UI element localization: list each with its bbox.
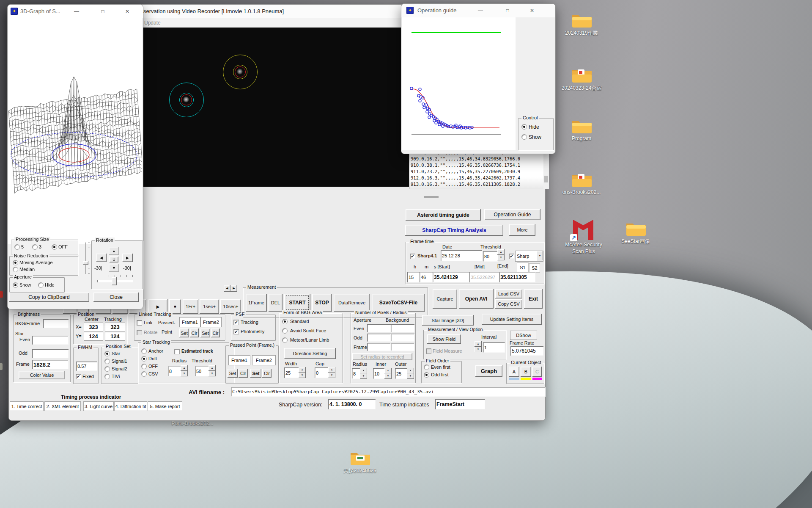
st-threshold-spinner[interactable]: ▲▼ bbox=[208, 365, 216, 376]
pp-clr1-button[interactable]: Clr bbox=[239, 369, 248, 378]
rotate-up-button[interactable]: ▲ bbox=[109, 247, 119, 255]
timing-step-3[interactable]: 3. Light curve bbox=[83, 401, 114, 411]
maximize-icon[interactable]: □ bbox=[96, 7, 109, 16]
object-c-button[interactable]: C bbox=[532, 367, 542, 377]
rotate-checkbox[interactable] bbox=[137, 330, 142, 335]
desktop-icon-folder[interactable]: Program bbox=[572, 118, 592, 135]
st-radius-spinner[interactable]: ▲▼ bbox=[181, 365, 188, 376]
sharpcap-timing-analysis-button[interactable]: SharpCap Timing Analysis bbox=[405, 225, 503, 236]
maximize-icon[interactable]: □ bbox=[501, 6, 514, 15]
rotation-slider-thumb[interactable] bbox=[112, 277, 117, 285]
chevron-down-icon[interactable]: ▼ bbox=[537, 251, 543, 260]
pp-set1-button[interactable]: Set bbox=[228, 369, 238, 378]
timing-step-2[interactable]: 2. XML element bbox=[44, 401, 81, 411]
start-time-input[interactable]: 35.424129 bbox=[433, 272, 470, 282]
set-radius-button[interactable]: Set radius to recorded bbox=[352, 353, 412, 360]
even-first-radio[interactable] bbox=[424, 365, 429, 370]
size-3-radio[interactable] bbox=[33, 245, 37, 249]
lt-set2-button[interactable]: Set bbox=[200, 329, 210, 337]
pp-set2-button[interactable]: Set bbox=[250, 369, 261, 378]
dataremove-button[interactable]: DataRemove bbox=[334, 294, 370, 312]
star-odd-input[interactable] bbox=[32, 349, 69, 358]
desktop-icon-folder[interactable]: SeeStar画像 bbox=[626, 220, 646, 238]
trackbar-left-button[interactable]: ◀ bbox=[224, 285, 230, 292]
posset-signal2-radio[interactable] bbox=[105, 367, 110, 371]
graph-button[interactable]: Graph bbox=[475, 365, 502, 377]
sharp-dropdown[interactable]: Sharp ▼ bbox=[515, 251, 543, 262]
lt-set1-button[interactable]: Set bbox=[179, 329, 189, 337]
st-threshold-input[interactable]: 50 bbox=[195, 366, 210, 376]
st-radius-input[interactable]: 8 bbox=[168, 366, 182, 376]
rotate-reset-button[interactable]: U bbox=[110, 257, 118, 262]
sharp41-checkbox[interactable]: ✔ bbox=[410, 254, 415, 259]
end-time-input[interactable]: 35.6211305 bbox=[499, 272, 535, 282]
vertical-scrollbar[interactable] bbox=[543, 149, 549, 189]
np-frame-aperture-input[interactable] bbox=[367, 343, 391, 351]
close-icon[interactable]: ✕ bbox=[121, 7, 134, 16]
icon-label-pons[interactable]: Pons-Brooks202... bbox=[167, 420, 218, 426]
color-value-button[interactable]: Color Value bbox=[19, 371, 65, 379]
timing-step-4[interactable]: 4. Diffraction tit bbox=[114, 401, 147, 411]
more-button[interactable]: More bbox=[509, 224, 535, 236]
aperture-hide-radio[interactable] bbox=[38, 283, 43, 287]
meteor-limb-radio[interactable] bbox=[283, 338, 287, 342]
interval-input[interactable]: 1 bbox=[483, 342, 505, 353]
frame-rate-input[interactable]: 5.0761045 bbox=[510, 346, 543, 356]
threshold-input[interactable]: 80 bbox=[483, 251, 498, 262]
field-measure-checkbox[interactable] bbox=[426, 349, 431, 353]
desktop-icon-mcafee[interactable]: ↗ McAfee Security Scan Plus bbox=[572, 218, 595, 243]
close-icon[interactable]: ✕ bbox=[526, 6, 538, 15]
operation-guide-button[interactable]: Operation Guide bbox=[484, 209, 540, 220]
odd-first-radio[interactable] bbox=[424, 373, 429, 377]
desktop-icon-folder[interactable]: 20240323-24合宿 bbox=[572, 67, 592, 85]
load-csv-button[interactable]: Load CSV bbox=[495, 289, 522, 298]
gap-input[interactable]: 0 bbox=[315, 367, 330, 378]
fwhm-input[interactable]: 8.57 bbox=[76, 362, 97, 371]
drift-radio[interactable] bbox=[142, 356, 146, 361]
lt-clr1-button[interactable]: Clr bbox=[190, 329, 199, 337]
minimize-icon[interactable]: — bbox=[70, 7, 83, 16]
scrollbar-thumb[interactable] bbox=[544, 176, 548, 182]
off-radio[interactable] bbox=[142, 364, 146, 369]
menu-update[interactable]: Update bbox=[144, 20, 161, 26]
start-button[interactable]: START bbox=[284, 294, 310, 312]
lt-clr2-button[interactable]: Clr bbox=[211, 329, 220, 337]
star-even-input[interactable] bbox=[32, 336, 69, 345]
width-spinner[interactable]: ▲▼ bbox=[299, 367, 306, 378]
desktop-icon-folder[interactable]: ons-Brooks202... bbox=[572, 171, 592, 189]
sharpcap-version-input[interactable]: 4. 1. 13800. 0 bbox=[328, 399, 376, 409]
slider-thumb[interactable] bbox=[83, 261, 88, 265]
timing-step-5[interactable]: 5. Make report bbox=[148, 401, 182, 411]
np-frame-background-input[interactable] bbox=[391, 343, 414, 351]
np-odd-background-input[interactable] bbox=[391, 334, 414, 342]
show-radio[interactable] bbox=[522, 135, 527, 139]
link-checkbox[interactable] bbox=[137, 320, 142, 325]
minimize-icon[interactable]: — bbox=[474, 6, 487, 15]
inner-spinner[interactable]: ▲▼ bbox=[384, 368, 392, 379]
direction-setting-button[interactable]: Direction Setting bbox=[284, 348, 336, 359]
copy-to-clipboard-button[interactable]: Copy to ClipBoard bbox=[9, 293, 89, 302]
open-avi-button[interactable]: Open AVI bbox=[459, 289, 494, 309]
graph3d-titlebar[interactable]: ✦ 3D-Graph of S... — □ ✕ bbox=[8, 5, 143, 18]
show-field-button[interactable]: Show Field bbox=[427, 334, 461, 344]
copy-csv-button[interactable]: Copy CSV bbox=[495, 299, 522, 309]
posset-signal1-radio[interactable] bbox=[105, 359, 110, 364]
size-5-radio[interactable] bbox=[15, 245, 19, 249]
zoom-slider[interactable] bbox=[82, 242, 91, 276]
timestamp-input[interactable]: FrameStart bbox=[435, 399, 485, 409]
csv-radio[interactable] bbox=[142, 372, 146, 376]
rotate-right-button[interactable]: ▶ bbox=[122, 254, 133, 262]
playback-plus1sec-button[interactable]: 1sec+ bbox=[200, 299, 219, 314]
aperture-show-radio[interactable] bbox=[13, 283, 18, 287]
fixed-checkbox[interactable]: ✔ bbox=[76, 374, 81, 379]
median-radio[interactable] bbox=[13, 267, 18, 272]
sharp-checkbox[interactable]: ✔ bbox=[509, 254, 514, 259]
horizontal-scrollbar-thumb[interactable] bbox=[424, 196, 439, 198]
s2-field[interactable]: S2 bbox=[529, 263, 540, 273]
anchor-radio[interactable] bbox=[142, 349, 146, 353]
del-button[interactable]: DEL bbox=[269, 294, 283, 312]
radius-spinner[interactable]: ▲▼ bbox=[360, 368, 367, 379]
standard-radio[interactable] bbox=[283, 319, 287, 324]
rotate-down-button[interactable]: ▼ bbox=[109, 264, 119, 272]
posset-tivi-radio[interactable] bbox=[105, 374, 110, 379]
